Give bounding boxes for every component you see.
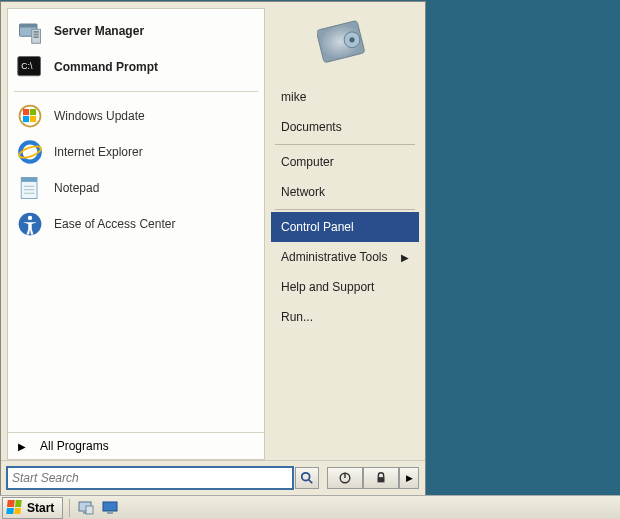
right-item-label: Administrative Tools bbox=[281, 250, 388, 264]
svg-text:C:\: C:\ bbox=[21, 61, 33, 71]
pinned-item-command-prompt[interactable]: C:\ Command Prompt bbox=[12, 49, 260, 85]
separator bbox=[14, 91, 258, 92]
search-icon bbox=[300, 471, 314, 485]
start-menu-footer: ▶ bbox=[1, 460, 425, 495]
taskbar: Start bbox=[0, 495, 620, 519]
svg-point-13 bbox=[20, 142, 39, 161]
svg-rect-32 bbox=[86, 506, 93, 514]
lock-icon bbox=[374, 471, 388, 485]
start-menu-left-pane: Server Manager C:\ Command Prompt Window… bbox=[7, 8, 265, 460]
submenu-arrow-icon: ▶ bbox=[401, 252, 409, 263]
right-item-label: Network bbox=[281, 185, 325, 199]
svg-rect-5 bbox=[34, 36, 39, 38]
separator bbox=[275, 209, 415, 210]
start-menu-body: Server Manager C:\ Command Prompt Window… bbox=[1, 2, 425, 460]
right-item-computer[interactable]: Computer bbox=[271, 147, 419, 177]
quick-launch-explorer[interactable] bbox=[101, 500, 119, 516]
command-prompt-icon: C:\ bbox=[16, 53, 44, 81]
svg-point-24 bbox=[349, 37, 354, 42]
pinned-item-label: Server Manager bbox=[54, 24, 144, 38]
right-item-label: Help and Support bbox=[281, 280, 374, 294]
start-button-label: Start bbox=[27, 501, 54, 515]
svg-line-26 bbox=[309, 480, 313, 484]
internet-explorer-icon bbox=[16, 138, 44, 166]
recent-programs: Windows Update Internet Explorer Notepad bbox=[8, 94, 264, 246]
recent-item-label: Notepad bbox=[54, 181, 99, 195]
search-input[interactable] bbox=[7, 467, 293, 489]
svg-rect-12 bbox=[30, 116, 36, 122]
right-item-documents[interactable]: Documents bbox=[271, 112, 419, 142]
svg-rect-34 bbox=[107, 512, 113, 514]
right-item-control-panel[interactable]: Control Panel bbox=[271, 212, 419, 242]
pinned-item-server-manager[interactable]: Server Manager bbox=[12, 13, 260, 49]
start-menu-right-pane: mike Documents Computer Network Control … bbox=[265, 2, 425, 460]
power-icon bbox=[338, 471, 352, 485]
spacer bbox=[8, 246, 264, 432]
right-item-label: Computer bbox=[281, 155, 334, 169]
recent-item-windows-update[interactable]: Windows Update bbox=[12, 98, 260, 134]
recent-item-label: Internet Explorer bbox=[54, 145, 143, 159]
svg-rect-9 bbox=[23, 109, 29, 115]
search-button[interactable] bbox=[295, 467, 319, 489]
recent-item-ease-of-access[interactable]: Ease of Access Center bbox=[12, 206, 260, 242]
svg-point-25 bbox=[302, 473, 310, 481]
right-item-label: mike bbox=[281, 90, 306, 104]
svg-rect-10 bbox=[30, 109, 36, 115]
svg-point-21 bbox=[28, 216, 32, 220]
recent-item-internet-explorer[interactable]: Internet Explorer bbox=[12, 134, 260, 170]
shutdown-button[interactable] bbox=[327, 467, 363, 489]
notepad-icon bbox=[16, 174, 44, 202]
all-programs-label: All Programs bbox=[40, 439, 109, 453]
server-manager-icon bbox=[16, 17, 44, 45]
taskbar-separator bbox=[69, 499, 70, 517]
show-desktop-icon bbox=[78, 501, 94, 515]
right-item-admin-tools[interactable]: Administrative Tools ▶ bbox=[271, 242, 419, 272]
ease-of-access-icon bbox=[16, 210, 44, 238]
right-item-run[interactable]: Run... bbox=[271, 302, 419, 332]
start-button[interactable]: Start bbox=[2, 497, 63, 519]
pinned-programs: Server Manager C:\ Command Prompt bbox=[8, 9, 264, 89]
svg-rect-3 bbox=[34, 31, 39, 33]
power-buttons: ▶ bbox=[327, 467, 419, 489]
pinned-item-label: Command Prompt bbox=[54, 60, 158, 74]
windows-flag-icon bbox=[7, 500, 23, 516]
svg-rect-11 bbox=[23, 116, 29, 122]
user-picture[interactable] bbox=[314, 14, 376, 76]
monitor-icon bbox=[102, 501, 118, 515]
start-menu: Server Manager C:\ Command Prompt Window… bbox=[0, 1, 426, 495]
lock-button[interactable] bbox=[363, 467, 399, 489]
triangle-right-icon: ▶ bbox=[18, 441, 26, 452]
quick-launch-show-desktop[interactable] bbox=[77, 500, 95, 516]
svg-rect-1 bbox=[20, 24, 38, 28]
right-item-user[interactable]: mike bbox=[271, 82, 419, 112]
triangle-right-icon: ▶ bbox=[406, 473, 413, 483]
recent-item-label: Ease of Access Center bbox=[54, 217, 175, 231]
windows-update-icon bbox=[16, 102, 44, 130]
right-item-network[interactable]: Network bbox=[271, 177, 419, 207]
power-options-button[interactable]: ▶ bbox=[399, 467, 419, 489]
right-item-label: Control Panel bbox=[281, 220, 354, 234]
svg-rect-16 bbox=[21, 178, 37, 182]
svg-rect-4 bbox=[34, 34, 39, 36]
all-programs[interactable]: ▶ All Programs bbox=[8, 432, 264, 459]
right-item-help-support[interactable]: Help and Support bbox=[271, 272, 419, 302]
right-item-label: Documents bbox=[281, 120, 342, 134]
separator bbox=[275, 144, 415, 145]
svg-rect-33 bbox=[103, 502, 117, 511]
recent-item-label: Windows Update bbox=[54, 109, 145, 123]
svg-rect-29 bbox=[378, 477, 385, 482]
search-box bbox=[7, 467, 319, 489]
right-item-label: Run... bbox=[281, 310, 313, 324]
recent-item-notepad[interactable]: Notepad bbox=[12, 170, 260, 206]
